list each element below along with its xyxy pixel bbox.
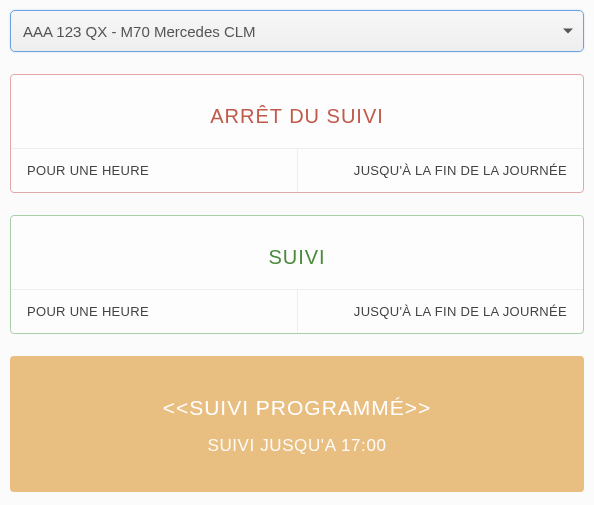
chevron-down-icon (563, 29, 573, 34)
stop-tracking-options: POUR UNE HEURE JUSQU'À LA FIN DE LA JOUR… (11, 148, 583, 192)
stop-tracking-title: ARRÊT DU SUIVI (11, 75, 583, 148)
track-until-end-of-day-button[interactable]: JUSQU'À LA FIN DE LA JOURNÉE (297, 290, 584, 333)
track-for-hour-button[interactable]: POUR UNE HEURE (11, 290, 297, 333)
scheduled-tracking-button[interactable]: <<SUIVI PROGRAMMÉ>> SUIVI JUSQU'A 17:00 (10, 356, 584, 492)
stop-for-hour-button[interactable]: POUR UNE HEURE (11, 149, 297, 192)
tracking-title: SUIVI (11, 216, 583, 289)
tracking-options: POUR UNE HEURE JUSQU'À LA FIN DE LA JOUR… (11, 289, 583, 333)
scheduled-tracking-title: <<SUIVI PROGRAMMÉ>> (20, 396, 574, 420)
vehicle-select[interactable]: AAA 123 QX - M70 Mercedes CLM (10, 10, 584, 52)
stop-tracking-panel: ARRÊT DU SUIVI POUR UNE HEURE JUSQU'À LA… (10, 74, 584, 193)
stop-until-end-of-day-button[interactable]: JUSQU'À LA FIN DE LA JOURNÉE (297, 149, 584, 192)
vehicle-select-value: AAA 123 QX - M70 Mercedes CLM (23, 23, 256, 40)
tracking-panel: SUIVI POUR UNE HEURE JUSQU'À LA FIN DE L… (10, 215, 584, 334)
scheduled-tracking-subtitle: SUIVI JUSQU'A 17:00 (20, 436, 574, 456)
